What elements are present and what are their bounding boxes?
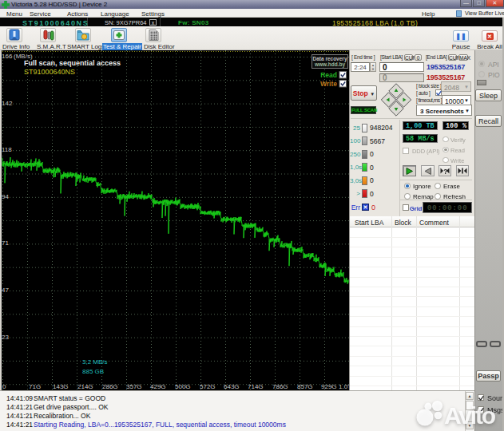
svg-text:Full scan, sequential access: Full scan, sequential access (24, 59, 121, 67)
svg-text:ST91000640NS: ST91000640NS (24, 68, 75, 76)
svg-text:Read: Read (320, 71, 337, 79)
svg-text:357G: 357G (126, 383, 142, 390)
svg-text:286G: 286G (102, 383, 118, 390)
svg-text:23: 23 (2, 334, 9, 341)
svg-text:71: 71 (2, 239, 9, 247)
svg-text:142: 142 (2, 100, 13, 107)
svg-text:0: 0 (2, 383, 6, 390)
svg-text:118: 118 (2, 146, 12, 153)
svg-text:929G: 929G (321, 383, 337, 390)
svg-text:94: 94 (2, 193, 9, 200)
svg-text:429G: 429G (150, 383, 166, 390)
svg-text:Write: Write (320, 80, 337, 88)
svg-text:3,2 MB/s: 3,2 MB/s (82, 358, 108, 366)
svg-text:71G: 71G (29, 383, 41, 390)
svg-text:500G: 500G (175, 383, 191, 390)
svg-text:1.0T: 1.0T (339, 383, 349, 390)
svg-text:885 GB: 885 GB (82, 368, 104, 375)
svg-text:www.hdd.by: www.hdd.by (314, 61, 345, 68)
svg-text:Avito: Avito (444, 402, 496, 429)
svg-text:857G: 857G (297, 383, 313, 390)
svg-text:572G: 572G (200, 383, 216, 390)
svg-text:714G: 714G (248, 383, 264, 390)
svg-text:166: 166 (2, 53, 13, 60)
svg-text:786G: 786G (272, 383, 288, 390)
svg-text:214G: 214G (77, 383, 93, 390)
svg-text:47: 47 (2, 287, 9, 294)
svg-text:643G: 643G (224, 383, 240, 390)
svg-text:143G: 143G (53, 383, 69, 390)
